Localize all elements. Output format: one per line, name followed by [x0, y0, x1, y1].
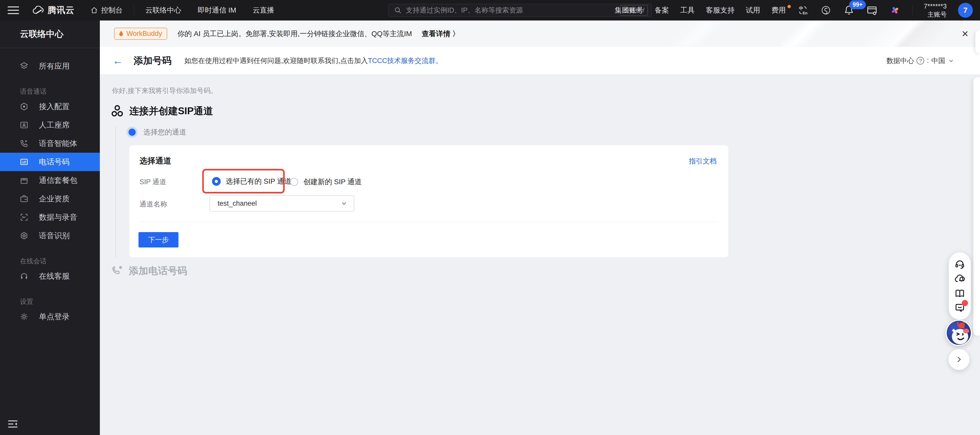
navbar-divider — [134, 5, 134, 15]
nav-product-im[interactable]: 即时通信 IM — [198, 5, 236, 15]
top-navbar: 腾讯云 控制台 云联络中心 即时通信 IM 云直播 支持通过实例I — [0, 0, 980, 21]
sidebar-item-voice-agent[interactable]: 语音智能体 — [0, 134, 100, 153]
nav-link-group-account[interactable]: 集团账号 — [615, 5, 643, 15]
navbar-left-group: 腾讯云 控制台 云联络中心 即时通信 IM 云直播 — [0, 0, 291, 21]
select-channel-card: 选择通道 指引文档 SIP 通道 选择已有的 SIP 通道 创建新的 SIP 通… — [129, 145, 729, 257]
radio-existing-sip-channel[interactable]: 选择已有的 SIP 通道 — [212, 177, 291, 186]
support-headset-icon[interactable] — [954, 259, 966, 270]
cloud-bell-icon[interactable] — [954, 273, 966, 284]
notifications-bell-icon[interactable]: 99+ — [843, 4, 855, 16]
headset-icon — [19, 272, 29, 281]
docs-book-icon[interactable] — [954, 288, 966, 299]
page-subtitle: 如您在使用过程中遇到任何问题,欢迎随时联系我们,点击加入TCCC技术服务交流群。 — [185, 56, 442, 65]
card-divider — [140, 221, 718, 222]
scan-dot-icon — [19, 213, 29, 222]
help-question-icon[interactable]: ? — [916, 57, 924, 65]
sidebar-title: 云联络中心 — [0, 21, 100, 48]
hexagon-dot-icon — [19, 102, 29, 111]
mascot-avatar[interactable] — [946, 320, 972, 346]
step1-title: 连接并创建SIP通道 — [129, 105, 213, 118]
wizard-timeline — [115, 126, 116, 258]
sidebar-item-agent-seat[interactable]: 人工座席 — [0, 116, 100, 134]
svg-text:En: En — [803, 11, 807, 15]
sidebar-item-sso[interactable]: 单点登录 — [0, 308, 100, 326]
user-avatar[interactable]: 7 — [958, 3, 973, 18]
sidebar-item-phone-number[interactable]: 电话号码 — [0, 153, 100, 171]
nav-product-live[interactable]: 云直播 — [253, 5, 274, 15]
nav-link-trial[interactable]: 试用 — [746, 5, 760, 15]
datacenter-label: 数据中心 — [886, 56, 914, 65]
right-edge-tab[interactable] — [975, 30, 980, 53]
banner-details-link[interactable]: 查看详情 〉 — [422, 29, 460, 39]
channel-name-select[interactable]: test_chaneel — [209, 195, 354, 212]
billing-settings-icon[interactable] — [866, 4, 878, 16]
briefcase-icon — [19, 194, 29, 203]
banner-decor — [762, 21, 840, 47]
channel-name-value: test_chaneel — [218, 199, 257, 207]
channel-name-label: 通道名称 — [140, 199, 167, 209]
cloud-logo-icon — [32, 6, 44, 14]
datacenter-selector[interactable]: 数据中心 ? : 中国 — [886, 56, 955, 65]
pinwheel-apps-icon[interactable] — [889, 4, 901, 16]
account-info[interactable]: 7******3 主账号 — [924, 2, 947, 18]
step2-title: 添加电话号码 — [129, 265, 187, 277]
right-edge-panel[interactable] — [974, 77, 980, 336]
sidebar-collapse-icon[interactable] — [8, 420, 18, 428]
sidebar-list: 所有应用 语音通话 接入配置 人工座席 — [0, 57, 100, 326]
app-root: 腾讯云 控制台 云联络中心 即时通信 IM 云直播 支持通过实例I — [0, 0, 980, 435]
id-card-person-icon — [19, 120, 29, 130]
sidebar-item-package[interactable]: 通信套餐包 — [0, 171, 100, 190]
next-step-button[interactable]: 下一步 — [138, 232, 178, 247]
hexagon-circle-icon — [19, 231, 29, 240]
number-card-icon — [19, 157, 29, 167]
channel-choice-radio[interactable]: 选择您的通道 — [129, 127, 186, 137]
wizard-greeting: 你好,接下来我将引导你添加号码。 — [112, 86, 218, 95]
tencent-cloud-logo[interactable]: 腾讯云 — [32, 4, 75, 16]
svg-text:中: 中 — [799, 6, 803, 11]
collapse-toolbar-arrow[interactable] — [948, 349, 969, 370]
sidebar-item-access-config[interactable]: 接入配置 — [0, 97, 100, 116]
nav-product-cloud-contact-center[interactable]: 云联络中心 — [145, 5, 181, 15]
sidebar-item-online-service[interactable]: 在线客服 — [0, 267, 100, 285]
banner-decor — [842, 21, 976, 47]
sidebar-item-all-apps[interactable]: 所有应用 — [0, 57, 100, 75]
molecule-icon — [111, 105, 124, 118]
nav-link-tools[interactable]: 工具 — [680, 5, 695, 15]
page-header: ← 添加号码 如您在使用过程中遇到任何问题,欢迎随时联系我们,点击加入TCCC技… — [100, 47, 980, 74]
card-title: 选择通道 — [140, 156, 171, 166]
banner-close-icon[interactable]: ✕ — [962, 29, 969, 39]
radio-selected-icon[interactable] — [129, 129, 136, 136]
workbuddy-badge: WorkBuddy — [114, 28, 167, 40]
sidebar-item-data-recording[interactable]: 数据与录音 — [0, 208, 100, 226]
banner-decor — [646, 21, 737, 47]
radio-selected-icon[interactable] — [212, 177, 221, 186]
chevron-down-icon — [340, 200, 348, 207]
phone-receiver-icon — [111, 265, 123, 277]
language-toggle-icon[interactable]: 中 En — [797, 4, 809, 16]
banner-message: 你的 AI 员工已上岗。免部署,安装即用,一分钟链接企业微信、QQ等主流IM — [177, 29, 412, 39]
notification-count-badge: 99+ — [849, 0, 866, 9]
hamburger-menu-icon[interactable] — [8, 6, 19, 14]
console-link[interactable]: 控制台 — [91, 5, 123, 15]
guide-doc-link[interactable]: 指引文档 — [689, 156, 717, 166]
nav-link-support[interactable]: 客服支持 — [706, 5, 735, 15]
sidebar-item-speech-recognition[interactable]: 语音识别 — [0, 226, 100, 245]
datacenter-value: 中国 — [931, 56, 945, 65]
radio-unselected-icon[interactable] — [290, 178, 298, 186]
radio-new-sip-channel[interactable]: 创建新的 SIP 通道 — [290, 177, 362, 187]
back-arrow-icon[interactable]: ← — [113, 56, 123, 66]
brand-text: 腾讯云 — [48, 4, 75, 16]
sidebar-section-online: 在线会话 — [0, 257, 100, 265]
account-type: 主账号 — [924, 11, 947, 18]
sidebar-item-enterprise-qualification[interactable]: 企业资质 — [0, 190, 100, 208]
floating-toolbar — [949, 252, 971, 320]
nav-link-icp[interactable]: 备案 — [655, 5, 669, 15]
search-icon — [394, 6, 402, 14]
tccc-group-link[interactable]: TCCC技术服务交流群。 — [368, 57, 442, 65]
promo-banner: WorkBuddy 你的 AI 员工已上岗。免部署,安装即用,一分钟链接企业微信… — [100, 21, 980, 47]
nav-link-billing[interactable]: 费用 — [772, 5, 786, 15]
unread-dot — [962, 300, 968, 306]
s-circle-icon[interactable] — [820, 4, 832, 16]
feedback-chat-icon[interactable] — [954, 302, 966, 313]
global-search-box[interactable]: 支持通过实例ID、IP、名称等搜索资源 快捷键 / — [388, 4, 652, 17]
